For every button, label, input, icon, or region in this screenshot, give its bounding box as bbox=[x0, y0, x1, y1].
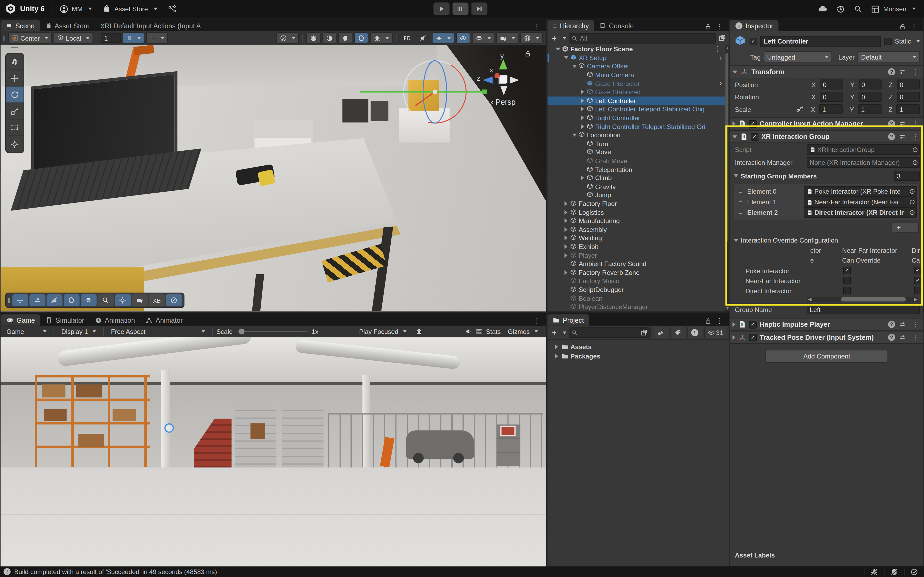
component-enabled-checkbox[interactable]: ✓ bbox=[749, 321, 757, 328]
help-icon[interactable]: ? bbox=[888, 321, 895, 328]
override-checkbox[interactable]: ✓ bbox=[843, 267, 851, 274]
component-menu-icon[interactable]: ⋮ bbox=[909, 133, 921, 140]
shading-shaded-wire-button[interactable] bbox=[322, 32, 337, 44]
hierarchy-item[interactable]: Logistics bbox=[548, 208, 729, 217]
panel-menu-icon[interactable]: ⋮ bbox=[714, 23, 725, 30]
object-picker-icon[interactable]: ⊙ bbox=[912, 146, 918, 153]
component-menu-icon[interactable]: ⋮ bbox=[909, 321, 921, 328]
scale-slider[interactable] bbox=[237, 331, 307, 332]
scene-orientation-gizmo[interactable]: y x z ‹ Persp bbox=[480, 53, 533, 109]
hierarchy-search-input[interactable]: All bbox=[569, 32, 716, 43]
help-icon[interactable]: ? bbox=[888, 334, 895, 341]
scale-tool[interactable] bbox=[6, 103, 24, 120]
project-search-input[interactable] bbox=[569, 327, 651, 338]
compass-overlay-button[interactable] bbox=[166, 294, 182, 306]
prefab-chevron[interactable]: › bbox=[719, 79, 722, 87]
component-menu-icon[interactable]: ⋮ bbox=[909, 120, 921, 127]
hierarchy-item[interactable]: Assembly bbox=[548, 225, 729, 234]
object-picker-icon[interactable]: ⊙ bbox=[909, 188, 915, 195]
object-picker-icon[interactable]: ⊙ bbox=[912, 159, 918, 166]
debug-validator-dropdown[interactable] bbox=[370, 32, 393, 44]
hierarchy-item-disabled[interactable]: Player bbox=[548, 251, 729, 259]
constrain-proportions-icon[interactable] bbox=[796, 105, 804, 113]
shading-solid-button[interactable] bbox=[338, 32, 352, 44]
position-y-field[interactable]: 0 bbox=[858, 80, 882, 89]
foldout-icon[interactable] bbox=[563, 269, 569, 276]
shading-outline-button[interactable] bbox=[354, 32, 368, 44]
active-checkbox[interactable]: ✓ bbox=[750, 37, 758, 45]
scroll-right-icon[interactable]: ▶ bbox=[914, 297, 918, 302]
tool-settings-button[interactable] bbox=[29, 294, 45, 306]
move-tool[interactable] bbox=[6, 70, 24, 87]
debugger-disabled-icon[interactable] bbox=[870, 568, 878, 575]
presets-icon[interactable] bbox=[898, 68, 906, 75]
member-row[interactable]: = Element 1 Near-Far Interactor (Near Fa… bbox=[735, 197, 918, 207]
chevron-down-icon[interactable] bbox=[563, 331, 566, 334]
foldout-icon[interactable] bbox=[579, 114, 586, 121]
controller-input-action-manager-header[interactable]: ✓ Controller Input Action Manager ? ⋮ bbox=[730, 117, 924, 130]
view-tool[interactable] bbox=[6, 54, 24, 70]
remove-element-button[interactable]: − bbox=[905, 223, 918, 232]
rect-tool[interactable] bbox=[6, 119, 24, 136]
aspect-dropdown[interactable]: Free Aspect bbox=[107, 326, 209, 337]
hierarchy-item[interactable]: Locomotion bbox=[548, 131, 729, 139]
tab-inspector[interactable]: i Inspector bbox=[730, 20, 779, 31]
scene-visibility-toggle[interactable] bbox=[456, 32, 470, 44]
script-object-field[interactable]: XRInteractionGroup ⊙ bbox=[807, 144, 920, 155]
foldout-icon[interactable] bbox=[563, 218, 569, 224]
xr-interaction-group-header[interactable]: ✓ XR Interaction Group ? ⋮ bbox=[730, 130, 924, 143]
member-object-field[interactable]: Poke Interactor (XR Poke Inte ⊙ bbox=[804, 186, 917, 197]
search-overlay-button[interactable] bbox=[98, 294, 114, 306]
axis-z-cone[interactable] bbox=[483, 77, 493, 84]
help-icon[interactable]: ? bbox=[888, 133, 895, 140]
hierarchy-item[interactable]: Left Controller Teleport Stabilized Orig bbox=[548, 105, 729, 114]
gameobject-icon[interactable] bbox=[733, 35, 746, 48]
scroll-left-icon[interactable]: ◀ bbox=[808, 297, 812, 302]
presets-icon[interactable] bbox=[898, 334, 906, 341]
tab-animator[interactable]: Animator bbox=[141, 314, 188, 326]
hierarchy-item[interactable]: Right Controller Teleport Stabilized Ori bbox=[548, 122, 729, 131]
hierarchy-item[interactable]: Teleportation bbox=[548, 165, 729, 174]
scale-z-field[interactable]: 1 bbox=[897, 104, 920, 114]
scale-slider-knob[interactable] bbox=[239, 329, 244, 334]
tab-input-actions[interactable]: XRI Default Input Actions (Input A bbox=[95, 20, 206, 31]
grid-snap-overlay-button[interactable] bbox=[46, 294, 62, 306]
presets-icon[interactable] bbox=[898, 120, 906, 127]
foldout-icon[interactable] bbox=[563, 243, 569, 250]
interaction-manager-object-field[interactable]: None (XR Interaction Manager) ⊙ bbox=[807, 157, 920, 168]
tab-asset-store[interactable]: Asset Store bbox=[40, 20, 95, 31]
pause-button[interactable] bbox=[452, 2, 469, 15]
grid-snap-toggle[interactable] bbox=[123, 32, 144, 44]
overlay-drag-handle[interactable] bbox=[11, 47, 18, 48]
asset-store-menu[interactable]: Asset Store bbox=[103, 5, 157, 13]
member-object-field[interactable]: Near-Far Interactor (Near Far ⊙ bbox=[804, 197, 917, 207]
search-icon[interactable] bbox=[854, 5, 862, 13]
foldout-icon[interactable] bbox=[579, 89, 586, 95]
scroll-up-icon[interactable]: ▲ bbox=[725, 46, 729, 50]
drag-handle-icon[interactable]: = bbox=[737, 199, 745, 205]
hierarchy-item[interactable]: Ambient Factory Sound bbox=[548, 259, 729, 268]
axis-cone-down[interactable] bbox=[500, 86, 507, 95]
gizmos-dropdown[interactable]: Gizmos bbox=[504, 326, 541, 337]
member-object-field[interactable]: Direct Interactor (XR Direct Ir ⊙ bbox=[804, 207, 917, 218]
project-item-assets[interactable]: Assets bbox=[548, 342, 729, 351]
search-by-label-button[interactable] bbox=[670, 327, 685, 338]
move-overlay-button[interactable] bbox=[12, 294, 28, 306]
2d-toggle[interactable] bbox=[400, 32, 414, 44]
foldout-icon[interactable] bbox=[563, 55, 569, 61]
hierarchy-item[interactable]: Main Camera bbox=[548, 71, 729, 79]
presets-icon[interactable] bbox=[898, 133, 906, 140]
prefab-chevron[interactable]: › bbox=[719, 53, 722, 62]
cross-section-button[interactable] bbox=[115, 294, 131, 306]
step-button[interactable] bbox=[471, 2, 488, 15]
lock-icon[interactable] bbox=[899, 23, 906, 30]
open-window-icon[interactable] bbox=[719, 34, 726, 42]
override-checkbox[interactable]: ✓ bbox=[914, 277, 922, 285]
orientation-overlay-button[interactable] bbox=[63, 294, 79, 306]
scale-y-field[interactable]: 1 bbox=[858, 104, 882, 114]
lock-icon[interactable] bbox=[705, 318, 711, 324]
camera-overlay-button[interactable] bbox=[132, 294, 148, 306]
snap-increment-dropdown[interactable] bbox=[146, 32, 168, 44]
foldout-icon[interactable] bbox=[563, 209, 569, 216]
frame-debugger-button[interactable] bbox=[412, 326, 426, 337]
